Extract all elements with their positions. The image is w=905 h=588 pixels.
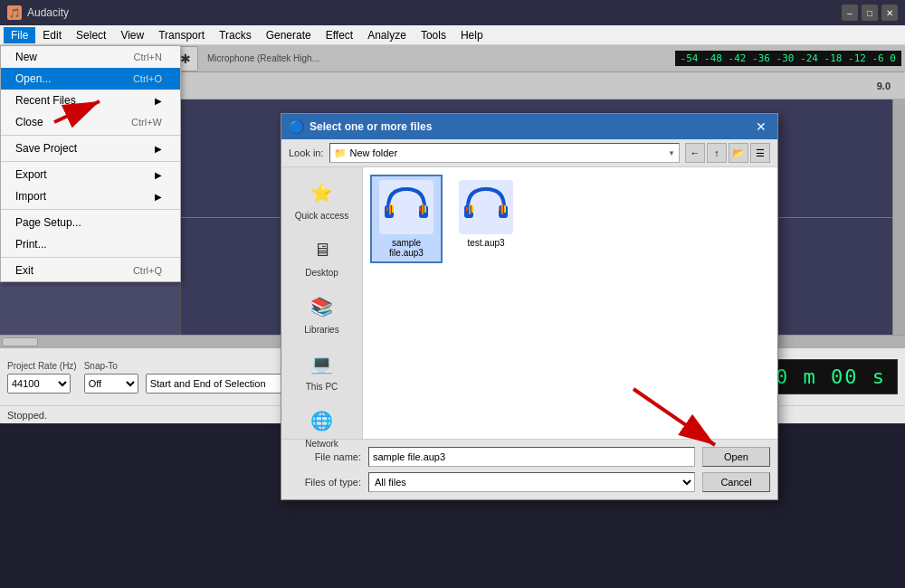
look-in-label: Look in: [289,147,324,158]
file-open-dialog: 🔵 Select one or more files ✕ Look in: 📁 … [281,113,778,500]
menu-help[interactable]: Help [453,27,491,43]
desktop-label: Desktop [305,268,338,278]
menu-save-project[interactable]: Save Project ▶ [1,138,180,159]
menu-close[interactable]: Close Ctrl+W [1,111,180,133]
project-rate-select[interactable]: 44100 [7,374,71,394]
menu-view[interactable]: View [113,27,151,43]
filename-input[interactable] [368,447,695,467]
look-in-combo[interactable]: 📁 New folder ▼ [329,143,680,163]
svg-rect-5 [392,205,394,213]
sidebar-libraries[interactable]: 📚 Libraries [281,285,362,342]
separator-1 [1,135,180,136]
dialog-title: 🔵 Select one or more files [289,119,432,134]
menu-new[interactable]: New Ctrl+N [1,46,180,68]
menu-recent-files[interactable]: Recent Files ▶ [1,90,180,111]
menu-bar: File Edit Select View Transport Tracks G… [0,25,905,45]
sidebar-desktop[interactable]: 🖥 Desktop [281,228,362,285]
look-in-value: New folder [350,147,398,158]
menu-file[interactable]: File [4,27,35,43]
sidebar-quick-access[interactable]: ⭐ Quick access [281,171,362,228]
svg-rect-7 [422,204,424,214]
svg-rect-6 [419,207,421,211]
snap-to-section: Snap-To Off [84,361,138,394]
app-icon: 🎵 [7,5,22,20]
menu-exit[interactable]: Exit Ctrl+Q [1,260,180,281]
file-icon-test [459,180,513,234]
cancel-button[interactable]: Cancel [702,472,770,492]
dialog-files-area: sample file.aup3 test.aup3 [363,167,777,439]
file-name-sample: sample file.aup3 [376,238,437,258]
svg-rect-16 [501,204,503,214]
combo-arrow-icon: ▼ [668,149,675,157]
svg-rect-3 [386,207,388,211]
separator-4 [1,257,180,258]
menu-tracks[interactable]: Tracks [212,27,259,43]
filetype-select[interactable]: All files [368,472,695,492]
menu-generate[interactable]: Generate [259,27,319,43]
open-button[interactable]: Open [702,447,770,467]
menu-print[interactable]: Print... [1,233,180,255]
device-label: Microphone (Realtek High... [200,53,673,63]
filetype-label: Files of type: [289,477,361,488]
minimize-button[interactable]: – [842,5,858,21]
menu-open[interactable]: Open... Ctrl+O [1,68,180,90]
window-controls: – □ ✕ [842,5,898,21]
dialog-icon: 🔵 [289,119,304,134]
file-item-sample[interactable]: sample file.aup3 [370,175,443,263]
title-bar: 🎵 Audacity – □ ✕ [0,0,905,25]
folder-icon: 📁 [334,147,347,159]
svg-rect-14 [472,205,473,213]
menu-tools[interactable]: Tools [414,27,453,43]
svg-rect-17 [504,205,506,213]
nav-back-button[interactable]: ← [685,143,705,163]
level-meter: -54 -48 -42 -36 -30 -24 -18 -12 -6 0 [675,51,901,66]
svg-rect-12 [466,207,468,211]
close-button[interactable]: ✕ [881,5,898,21]
project-rate-section: Project Rate (Hz) 44100 [7,361,77,394]
scale-right: 9.0 [877,81,898,91]
dialog-title-text: Select one or more files [310,120,432,133]
menu-transport[interactable]: Transport [151,27,212,43]
sidebar-this-pc[interactable]: 💻 This PC [281,342,362,399]
network-icon: 🌐 [308,406,337,435]
libraries-icon: 📚 [308,292,337,321]
menu-select[interactable]: Select [69,27,113,43]
this-pc-icon: 💻 [308,349,337,378]
file-icon-sample [379,180,433,234]
quick-access-icon: ⭐ [308,178,337,207]
filename-label: File name: [289,451,361,462]
dialog-nav-buttons: ← ↑ 📂 ☰ [685,143,770,163]
menu-import[interactable]: Import ▶ [1,185,180,207]
quick-access-label: Quick access [295,211,348,221]
dialog-toolbar: Look in: 📁 New folder ▼ ← ↑ 📂 ☰ [281,139,777,167]
dialog-body: ⭐ Quick access 🖥 Desktop 📚 Libraries 💻 T… [281,167,777,439]
svg-rect-4 [389,204,391,214]
this-pc-label: This PC [306,382,338,392]
file-item-test[interactable]: test.aup3 [450,175,522,263]
separator-3 [1,209,180,210]
svg-rect-8 [424,205,426,213]
scroll-thumb[interactable] [2,337,38,346]
vertical-scrollbar[interactable] [892,100,905,335]
filetype-row: Files of type: All files Cancel [289,472,770,492]
nav-new-folder-button[interactable]: 📂 [729,143,748,163]
maximize-button[interactable]: □ [862,5,878,21]
menu-edit[interactable]: Edit [35,27,69,43]
svg-rect-13 [469,204,471,214]
dialog-title-bar: 🔵 Select one or more files ✕ [281,114,777,139]
dialog-sidebar: ⭐ Quick access 🖥 Desktop 📚 Libraries 💻 T… [281,167,363,439]
app-title: Audacity [27,6,69,19]
nav-up-button[interactable]: ↑ [707,143,727,163]
filename-row: File name: Open [289,447,770,467]
nav-view-button[interactable]: ☰ [750,143,770,163]
menu-page-setup[interactable]: Page Setup... [1,212,180,233]
snap-to-select[interactable]: Off [84,374,138,394]
menu-effect[interactable]: Effect [319,27,360,43]
dialog-close-button[interactable]: ✕ [752,118,770,136]
desktop-icon: 🖥 [308,235,337,264]
menu-export[interactable]: Export ▶ [1,164,180,185]
status-stopped-text: Stopped. [7,410,47,421]
menu-analyze[interactable]: Analyze [360,27,414,43]
snap-to-label: Snap-To [84,361,138,371]
scale-label: 1.0 [62,81,873,91]
